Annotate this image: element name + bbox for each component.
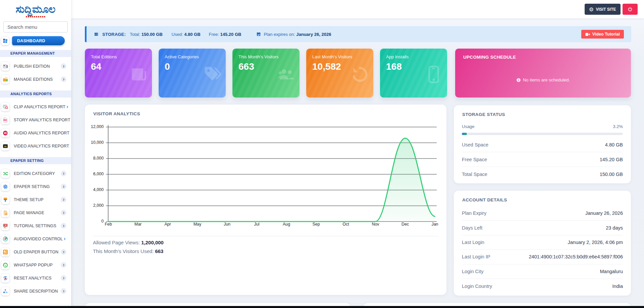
x-axis-label: May	[190, 222, 205, 227]
stat-card-last-month-s-visitors: Last Month's Visitors10,582	[306, 49, 373, 98]
x-axis-label: Feb	[101, 222, 116, 227]
account-details-row: Login CityMangaluru	[462, 264, 623, 279]
chevron-right-icon	[61, 249, 66, 255]
storage-status-row: Total Space150.00 GB	[462, 167, 623, 182]
dashboard-label: DASHBOARD	[12, 36, 65, 45]
account-details-row: Days Left23 days	[462, 221, 623, 235]
y-axis-label: 2,000	[86, 203, 104, 208]
y-axis-label: 10,000	[86, 140, 104, 145]
sidebar-item-audio-analytics-report[interactable]: AUDIO ANALYTICS REPORT	[0, 126, 71, 139]
chevron-right-icon	[61, 184, 66, 189]
stat-card-active-categories: Active Categories0	[159, 49, 226, 98]
sidebar-item-tutorial-settings[interactable]: TUTORIAL SETTINGS	[0, 219, 71, 232]
stat-card-total-editions: Total Editions64	[85, 49, 152, 98]
storage-status-title: STORAGE STATUS	[462, 112, 505, 117]
chevron-right-icon	[61, 210, 66, 215]
chevron-right-icon	[61, 288, 66, 294]
sidebar-item-publish-edition[interactable]: PUBLISH EDITION	[0, 60, 71, 73]
y-axis-label: 6,000	[86, 172, 104, 176]
people-wm-icon	[277, 65, 295, 83]
usage-value: 3.2%	[613, 124, 623, 129]
sidebar-item-theme-setup[interactable]: THEME SETUP	[0, 193, 71, 206]
sidebar-sections: EPAPER MANAGEMENTPUBLISH EDITIONMANAGE E…	[0, 50, 71, 298]
plan-expiry: Plan expires on: January 26, 2026	[264, 32, 331, 37]
video-tutorial-button[interactable]: Video Tutorial	[581, 30, 624, 39]
dashboard-grid-icon	[1, 37, 9, 45]
newspaper-wm-icon	[129, 65, 148, 83]
account-details-row: Last Login IP2401:4900:1c07:32c5:b0d9:e6…	[462, 250, 623, 264]
whatsapp-icon	[1, 261, 9, 269]
sidebar: ಸುದ್ದಿಮೂಲ DASHBOARD EPAPER MANAGEMENTPUB…	[0, 0, 71, 308]
svg-text:4K: 4K	[4, 145, 7, 147]
account-details-row: Plan ExpiryJanuary 26, 2026	[462, 206, 623, 221]
storage-label: STORAGE:	[102, 32, 126, 37]
sidebar-item-dashboard[interactable]: DASHBOARD	[0, 36, 71, 45]
sidebar-item-old-epaper-button[interactable]: OLD EPAPER BUTTON	[0, 245, 71, 258]
account-details-title: ACCOUNT DETAILS	[462, 197, 507, 202]
chevron-right-icon	[61, 63, 66, 69]
gear-icon	[1, 182, 9, 191]
logout-button[interactable]	[623, 4, 638, 15]
brush-icon	[1, 195, 9, 204]
sidebar-item-reset-analytics[interactable]: RESET ANALYTICS	[0, 271, 71, 285]
x-axis-label: Jan	[428, 222, 442, 227]
clip-monitor-icon	[1, 103, 9, 111]
usage-label: Usage	[462, 124, 475, 129]
x-axis-label: Aug	[279, 222, 294, 227]
video-4k-icon: 4K	[1, 142, 9, 150]
storage-info-bar: STORAGE: Total: 150.00 GB Used: 4.80 GB …	[85, 26, 631, 42]
y-axis-label: 8,000	[86, 156, 104, 161]
chevron-right-icon	[65, 104, 69, 110]
sidebar-section-header: EPAPER SETTING	[0, 157, 71, 164]
bottom-black-bar	[0, 306, 644, 308]
sidebar-item-story-analytics-report[interactable]: STORY ANALYTICS REPORT	[0, 113, 71, 126]
usage-progress-bar	[462, 133, 623, 135]
upcoming-schedule-card: UPCOMING SCHEDULE No items are scheduled…	[455, 49, 631, 98]
logo-tagline	[26, 16, 45, 17]
storage-status-panel: STORAGE STATUS Usage 3.2% Used Space4.80…	[454, 105, 631, 183]
sidebar-item-page-manage[interactable]: PAGE MANAGE	[0, 206, 71, 219]
storage-drive-icon	[94, 32, 99, 37]
x-axis-label: Nov	[368, 222, 383, 227]
sidebar-item-clip-analytics-report[interactable]: CLIP ANALYTICS REPORT	[0, 100, 71, 113]
storage-status-row: Free Space145.20 GB	[462, 152, 623, 167]
topbar	[71, 0, 644, 18]
visitor-analytics-panel: VISITOR ANALYTICS 02,0004,0006,0008,0001…	[85, 105, 446, 295]
sidebar-item-manage-editions[interactable]: MANAGE EDITIONS	[0, 73, 71, 86]
sidebar-item-edition-category[interactable]: EDITION CATEGORY	[0, 167, 71, 180]
monthly-visitors-used: This Month's Visitors Used: 663	[93, 248, 163, 254]
reset-lock-icon	[1, 274, 9, 283]
x-axis-label: Jul	[250, 222, 264, 227]
chevron-right-icon	[61, 262, 66, 268]
logo: ಸುದ್ದಿಮೂಲ	[0, 0, 71, 17]
x-axis-label: Oct	[338, 222, 353, 227]
sidebar-item-video-analytics-report[interactable]: 4KVIDEO ANALYTICS REPORT	[0, 139, 71, 152]
tag-wm-icon	[203, 65, 221, 83]
sidebar-item-share-description[interactable]: SHARE DESCRIPTION	[0, 285, 71, 298]
sidebar-section-header: ANALYTICS REPORTS	[0, 90, 71, 98]
x-axis-label: Jun	[220, 222, 234, 227]
globe-icon	[589, 7, 594, 12]
account-details-row: Last LoginJanuary 2, 2026, 4:06 pm	[462, 235, 623, 250]
av-control-icon	[1, 235, 9, 243]
visit-site-button[interactable]: VISIT SITE	[585, 4, 621, 15]
sidebar-item-audio-video-control[interactable]: AUDIO/VIDEO CONTROL	[0, 232, 71, 245]
stat-card-this-month-s-visitors: This Month's Visitors663	[232, 49, 300, 98]
stat-cards-row: Total Editions64Active Categories0This M…	[85, 49, 631, 98]
page-plus-icon	[1, 208, 9, 217]
share-network-icon	[1, 287, 9, 296]
x-axis-label: Dec	[398, 222, 413, 227]
info-icon	[516, 78, 521, 82]
newspaper-icon	[1, 62, 9, 71]
chevron-right-icon	[61, 171, 66, 176]
power-icon	[628, 7, 633, 12]
sidebar-item-whatsapp-popup[interactable]: WHATSAPP POPUP	[0, 258, 71, 271]
video-camera-icon	[585, 33, 590, 36]
storage-status-row: Used Space4.80 GB	[462, 137, 623, 152]
sidebar-section-header: EPAPER MANAGEMENT	[0, 50, 71, 57]
allowed-page-views: Allowed Page Views: 1,200,000	[93, 240, 164, 245]
search-input[interactable]	[3, 21, 68, 33]
sidebar-item-epaper-setting[interactable]: EPAPER SETTING	[0, 180, 71, 193]
x-axis-label: Mar	[131, 222, 146, 227]
y-axis-label: 12,000	[86, 124, 104, 129]
